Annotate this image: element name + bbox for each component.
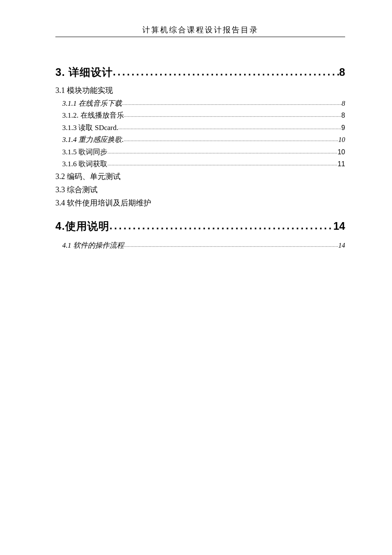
toc-h3-row: 4.1 软件的操作流程 ............................… — [62, 240, 345, 251]
toc-h3-title: 3.1.3 读取 SDcard. — [62, 122, 118, 133]
toc-leader-dots: ........................................… — [118, 124, 341, 131]
toc-h2-row: 3.3 综合测试 — [55, 184, 345, 196]
toc-h3-page: 14 — [338, 240, 345, 251]
toc-h3-title: 3.1.5 歌词同步 — [62, 147, 107, 158]
toc-leader-dots: ........................................… — [124, 112, 342, 119]
page-header: 计算机综合课程设计报告目录 — [55, 25, 345, 37]
toc-leader-dots: ........................................… — [107, 148, 337, 156]
toc-leader-dots: ........................................… — [122, 100, 342, 107]
toc-leader-dots: ........................................… — [113, 64, 339, 80]
toc-h3-row: 3.1.4 重力感应换歌. ..........................… — [62, 134, 345, 145]
toc-h3-title: 4.1 软件的操作流程 — [62, 240, 124, 251]
toc-h2-title: 3.2 编码、单元测试 — [55, 171, 121, 182]
toc-h3-row: 3.1.5 歌词同步 .............................… — [62, 147, 345, 158]
toc-h3-page: 8 — [342, 98, 345, 109]
toc-h3-row: 3.1.6 歌词获取 .............................… — [62, 159, 345, 170]
document-page: 计算机综合课程设计报告目录 3. 详细设计 ..................… — [0, 0, 392, 555]
toc-leader-dots: ........................................… — [124, 242, 339, 249]
toc-h1-row: 4.使用说明 .................................… — [55, 218, 345, 234]
toc-h3-title: 3.1.1 在线音乐下载 — [62, 98, 122, 109]
toc-h1-row: 3. 详细设计 ................................… — [55, 64, 345, 81]
toc-leader-dots: ........................................… — [124, 136, 339, 143]
toc-h3-title: 3.1.4 重力感应换歌. — [62, 134, 124, 145]
toc-h2-row: 3.2 编码、单元测试 — [55, 171, 345, 182]
toc-h3-page: 10 — [338, 135, 345, 145]
toc-h2-title: 3.3 综合测试 — [55, 184, 98, 196]
header-title-text: 计算机综合课程设计报告目录 — [55, 25, 345, 37]
toc-h1-title: 3. 详细设计 — [55, 64, 113, 81]
toc-leader-dots: ........................................… — [107, 160, 337, 168]
toc-h3-page: 10 — [337, 147, 345, 157]
toc-h3-title: 3.1.2. 在线播放音乐 — [62, 110, 124, 121]
toc-h1-page: 14 — [333, 218, 345, 234]
toc-h3-page: 9 — [341, 123, 345, 133]
toc-h3-page: 8 — [341, 110, 345, 121]
toc-h3-page: 11 — [337, 159, 345, 169]
toc-h1-title: 4.使用说明 — [55, 218, 110, 234]
header-rule — [55, 37, 345, 37]
toc-h3-row: 3.1.3 读取 SDcard. .......................… — [62, 122, 345, 133]
toc-h2-title: 3.1 模块功能实现 — [55, 85, 113, 96]
toc-h3-row: 3.1.2. 在线播放音乐 ..........................… — [62, 110, 345, 121]
toc-h2-row: 3.1 模块功能实现 — [55, 85, 345, 96]
toc-h2-title: 3.4 软件使用培训及后期维护 — [55, 197, 151, 209]
toc-h3-row: 3.1.1 在线音乐下载 ...........................… — [62, 98, 345, 109]
toc-h3-title: 3.1.6 歌词获取 — [62, 159, 107, 170]
toc-h2-row: 3.4 软件使用培训及后期维护 — [55, 197, 345, 209]
toc-leader-dots: ........................................… — [110, 218, 333, 234]
toc-h1-page: 8 — [339, 64, 345, 81]
table-of-contents: 3. 详细设计 ................................… — [55, 64, 345, 251]
